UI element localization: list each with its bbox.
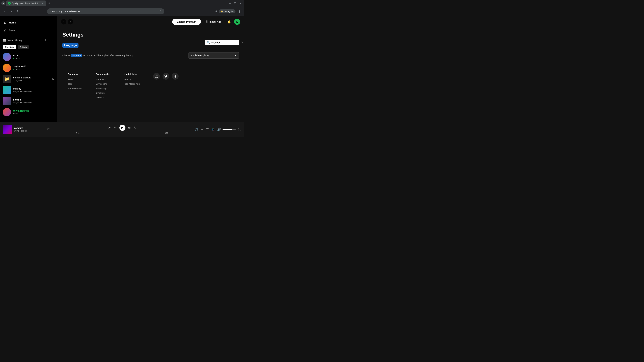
footer-link-about[interactable]: About [68, 78, 82, 81]
nav-arrows: ‹ › [61, 19, 73, 24]
home-icon: ⌂ [4, 20, 6, 25]
footer-link-advertising[interactable]: Advertising [96, 87, 110, 90]
notifications-button[interactable]: 🔔 [226, 19, 232, 25]
sidebar: ⌂ Home ⌕ Search ▤ Your Library + → [0, 16, 57, 122]
browser-chrome: ▼ ♪ Spotify - Web Player: Music fo... ✕ … [0, 0, 244, 16]
forward-nav-button[interactable]: › [68, 19, 73, 24]
list-item[interactable]: Melody Playlist • Lauren Deli [1, 84, 56, 95]
footer-link-support[interactable]: Support [124, 78, 140, 81]
new-tab-button[interactable]: + [47, 1, 52, 6]
maximize-button[interactable]: ❐ [233, 1, 238, 6]
list-item[interactable]: Taylor Swift ✓ Artist [1, 62, 56, 73]
verified-badge: ✓ [13, 68, 15, 70]
forward-button[interactable]: › [9, 9, 14, 14]
install-app-button[interactable]: ⬇ Install App [203, 18, 224, 25]
olivia-avatar [3, 108, 11, 116]
melody-cover [3, 86, 11, 94]
back-button[interactable]: ‹ [2, 9, 8, 14]
footer-link-investors[interactable]: Investors [96, 92, 110, 94]
shuffle-button[interactable] [108, 126, 111, 129]
devices-button[interactable]: 📱 [211, 127, 215, 132]
avatar[interactable]: L [234, 19, 240, 25]
footer-link-developers[interactable]: Developers [96, 83, 110, 85]
facebook-icon[interactable] [172, 73, 178, 80]
artist-avatar [3, 53, 11, 61]
sidebar-item-home[interactable]: ⌂ Home [2, 18, 55, 26]
item-meta: ✓ Artist [13, 68, 54, 70]
playlists-pill[interactable]: Playlists [3, 45, 16, 49]
minimize-button[interactable]: ─ [228, 1, 232, 6]
add-library-button[interactable]: + [43, 37, 48, 43]
extensions-icon[interactable]: ⊕ [215, 10, 218, 13]
language-section: Language Choose language - Changes will … [62, 43, 239, 61]
play-pause-button[interactable]: ▶ [120, 125, 126, 131]
tab-close-button[interactable]: ✕ [41, 2, 44, 5]
address-bar: ‹ › ↻ open.spotify.com/preferences ☆ ⊕ 🕵… [0, 7, 244, 16]
tab-group-selector[interactable]: ▼ [1, 1, 5, 5]
library-icon: ▤ [3, 38, 6, 42]
browser-menu-button[interactable]: ⋮ [237, 9, 242, 14]
svg-point-2 [157, 75, 158, 76]
clear-search-icon[interactable]: ✕ [241, 41, 243, 44]
like-button[interactable]: ♡ [47, 128, 50, 131]
sidebar-item-search[interactable]: ⌕ Search [2, 26, 55, 34]
lyrics-button[interactable]: ✏ [200, 127, 204, 132]
active-tab[interactable]: ♪ Spotify - Web Player: Music fo... ✕ [6, 0, 46, 6]
progress-bar: 0:01 3:39 [76, 132, 168, 134]
library-header: ▤ Your Library + → [0, 35, 57, 44]
progress-track[interactable] [84, 133, 160, 133]
spotify-app: ⌂ Home ⌕ Search ▤ Your Library + → [0, 16, 244, 137]
volume-track[interactable] [222, 129, 236, 130]
language-heading: Language [62, 43, 78, 48]
expand-library-button[interactable]: → [49, 37, 54, 43]
list-item[interactable]: Olivia Rodrigo Artist [1, 107, 56, 118]
install-app-label: Install App [210, 20, 221, 23]
item-info: Sample Playlist • Lauren Deli [13, 98, 54, 104]
artists-pill[interactable]: Artists [18, 45, 29, 49]
incognito-badge: 🕵 Incognito [219, 9, 236, 13]
fullscreen-button[interactable]: ⛶ [238, 127, 242, 132]
list-item[interactable]: 📁 Folder 1-sample 0 playlists ▶ [1, 73, 56, 84]
footer-link-for-the-record[interactable]: For the Record [68, 87, 82, 90]
settings-search-input[interactable] [211, 41, 240, 44]
bookmark-icon[interactable]: ☆ [159, 10, 162, 13]
item-meta: Artist [13, 112, 54, 115]
useful-links-heading: Useful links [124, 73, 140, 75]
item-name: Folder 1-sample [13, 76, 50, 79]
spotify-favicon: ♪ [8, 2, 11, 5]
verified-badge: ✓ [13, 57, 15, 59]
back-nav-button[interactable]: ‹ [61, 19, 66, 24]
track-artist: Olivia Rodrigo [14, 130, 45, 132]
list-item[interactable]: Sample Playlist • Lauren Deli [1, 95, 56, 107]
footer-link-free-mobile-app[interactable]: Free Mobile App [124, 83, 140, 85]
now-playing-view-button[interactable]: 🎵 [194, 127, 198, 132]
language-select[interactable]: English (English) Spanish (Español) Fren… [188, 52, 239, 59]
settings-search-container: 🔍 ✕ [205, 40, 239, 45]
incognito-label: Incognito [224, 10, 234, 12]
explore-premium-button[interactable]: Explore Premium [172, 19, 201, 25]
item-name: Melody [13, 87, 54, 90]
mute-button[interactable]: 🔊 [216, 127, 222, 132]
queue-button[interactable]: ☰ [206, 127, 210, 132]
main-content: ⌂ Home ⌕ Search ▤ Your Library + → [0, 16, 244, 122]
repeat-button[interactable]: ↻ [134, 126, 136, 130]
footer-link-jobs[interactable]: Jobs [68, 83, 82, 85]
now-playing-artwork [3, 125, 12, 134]
instagram-icon[interactable] [153, 73, 160, 80]
list-item[interactable]: Artist ✓ Artist [1, 51, 56, 62]
main-panel: ‹ › Explore Premium ⬇ Install App 🔔 L Se… [57, 16, 244, 122]
url-bar[interactable]: open.spotify.com/preferences ☆ [47, 8, 164, 14]
search-settings-icon: 🔍 [207, 41, 210, 44]
twitter-icon[interactable] [162, 73, 169, 80]
footer-link-for-artists[interactable]: For Artists [96, 78, 110, 81]
item-meta: ✓ Artist [13, 57, 54, 59]
close-button[interactable]: ✕ [238, 1, 243, 6]
footer-link-vendors[interactable]: Vendors [96, 96, 110, 99]
footer-links: Company About Jobs For the Record Commun… [62, 66, 239, 105]
social-icons-section [153, 73, 178, 101]
svg-point-1 [156, 76, 157, 77]
next-button[interactable]: ⏭ [128, 126, 131, 129]
previous-button[interactable]: ⏮ [114, 126, 117, 129]
reload-button[interactable]: ↻ [16, 9, 21, 14]
search-icon: ⌕ [4, 28, 6, 32]
